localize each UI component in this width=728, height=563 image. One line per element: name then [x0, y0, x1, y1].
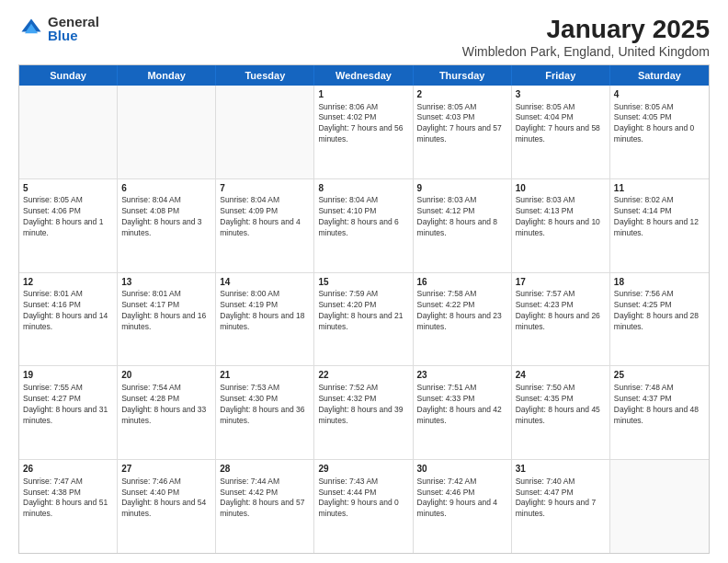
- day-info: Sunrise: 7:51 AM: [417, 383, 507, 394]
- day-info: Sunrise: 8:03 AM: [516, 195, 606, 206]
- day-info: Sunset: 4:35 PM: [516, 394, 606, 405]
- day-info: Sunset: 4:02 PM: [318, 112, 408, 123]
- calendar-subtitle: Wimbledon Park, England, United Kingdom: [462, 44, 710, 59]
- day-info: Sunset: 4:23 PM: [516, 300, 606, 311]
- day-info: Daylight: 9 hours and 0 minutes.: [318, 498, 408, 520]
- day-cell-8: 8Sunrise: 8:04 AMSunset: 4:10 PMDaylight…: [314, 179, 413, 272]
- day-cell-27: 27Sunrise: 7:46 AMSunset: 4:40 PMDayligh…: [118, 460, 216, 553]
- logo: General Blue: [18, 15, 99, 42]
- day-cell-31: 31Sunrise: 7:40 AMSunset: 4:47 PMDayligh…: [512, 460, 610, 553]
- day-number: 24: [516, 369, 606, 382]
- day-number: 11: [614, 182, 705, 195]
- day-info: Daylight: 8 hours and 26 minutes.: [516, 311, 606, 333]
- day-info: Sunset: 4:44 PM: [318, 488, 408, 499]
- day-info: Daylight: 8 hours and 28 minutes.: [614, 311, 705, 333]
- page: General Blue January 2025 Wimbledon Park…: [0, 0, 728, 563]
- day-number: 28: [220, 463, 310, 476]
- day-info: Sunrise: 8:00 AM: [220, 289, 310, 300]
- day-info: Daylight: 8 hours and 33 minutes.: [121, 405, 211, 427]
- day-info: Sunset: 4:32 PM: [318, 394, 408, 405]
- day-cell-26: 26Sunrise: 7:47 AMSunset: 4:38 PMDayligh…: [19, 460, 118, 553]
- day-cell-3: 3Sunrise: 8:05 AMSunset: 4:04 PMDaylight…: [512, 86, 610, 178]
- day-info: Sunrise: 8:03 AM: [417, 195, 507, 206]
- day-cell-6: 6Sunrise: 8:04 AMSunset: 4:08 PMDaylight…: [118, 179, 216, 272]
- day-info: Sunset: 4:46 PM: [417, 488, 507, 499]
- day-number: 2: [417, 88, 507, 101]
- day-cell-25: 25Sunrise: 7:48 AMSunset: 4:37 PMDayligh…: [610, 366, 709, 459]
- header: General Blue January 2025 Wimbledon Park…: [18, 15, 710, 59]
- day-info: Sunrise: 7:44 AM: [220, 477, 310, 488]
- day-cell-22: 22Sunrise: 7:52 AMSunset: 4:32 PMDayligh…: [314, 366, 413, 459]
- day-cell-29: 29Sunrise: 7:43 AMSunset: 4:44 PMDayligh…: [314, 460, 413, 553]
- day-info: Sunrise: 7:54 AM: [121, 383, 211, 394]
- day-info: Daylight: 8 hours and 54 minutes.: [121, 498, 211, 520]
- day-info: Sunrise: 8:05 AM: [516, 102, 606, 113]
- day-info: Daylight: 8 hours and 6 minutes.: [318, 217, 408, 239]
- day-number: 5: [23, 182, 113, 195]
- day-number: 3: [516, 88, 606, 101]
- day-info: Daylight: 8 hours and 3 minutes.: [121, 217, 211, 239]
- logo-text: General Blue: [48, 15, 99, 42]
- day-cell-28: 28Sunrise: 7:44 AMSunset: 4:42 PMDayligh…: [216, 460, 314, 553]
- day-info: Sunrise: 8:04 AM: [220, 195, 310, 206]
- day-info: Sunset: 4:47 PM: [516, 488, 606, 499]
- day-info: Sunrise: 8:02 AM: [614, 195, 705, 206]
- day-info: Sunset: 4:37 PM: [614, 394, 705, 405]
- day-number: 22: [318, 369, 408, 382]
- logo-icon: [18, 16, 44, 41]
- day-info: Sunset: 4:08 PM: [121, 206, 211, 217]
- day-cell-17: 17Sunrise: 7:57 AMSunset: 4:23 PMDayligh…: [512, 273, 610, 366]
- day-cell-7: 7Sunrise: 8:04 AMSunset: 4:09 PMDaylight…: [216, 179, 314, 272]
- day-number: 15: [318, 276, 408, 289]
- day-info: Daylight: 8 hours and 48 minutes.: [614, 405, 705, 427]
- day-cell-1: 1Sunrise: 8:06 AMSunset: 4:02 PMDaylight…: [314, 86, 413, 178]
- day-info: Daylight: 7 hours and 56 minutes.: [318, 123, 408, 145]
- week-row-3: 12Sunrise: 8:01 AMSunset: 4:16 PMDayligh…: [19, 273, 709, 367]
- day-info: Sunrise: 7:58 AM: [417, 289, 507, 300]
- day-info: Sunset: 4:16 PM: [23, 300, 113, 311]
- day-number: 7: [220, 182, 310, 195]
- day-cell-20: 20Sunrise: 7:54 AMSunset: 4:28 PMDayligh…: [118, 366, 216, 459]
- day-cell-11: 11Sunrise: 8:02 AMSunset: 4:14 PMDayligh…: [610, 179, 709, 272]
- day-info: Sunset: 4:38 PM: [23, 488, 113, 499]
- day-number: 23: [417, 369, 507, 382]
- day-info: Sunrise: 8:06 AM: [318, 102, 408, 113]
- day-cell-2: 2Sunrise: 8:05 AMSunset: 4:03 PMDaylight…: [414, 86, 512, 178]
- empty-cell: [610, 460, 709, 553]
- day-cell-9: 9Sunrise: 8:03 AMSunset: 4:12 PMDaylight…: [414, 179, 512, 272]
- day-number: 13: [121, 276, 211, 289]
- day-info: Sunrise: 7:57 AM: [516, 289, 606, 300]
- logo-blue: Blue: [48, 29, 99, 42]
- day-info: Sunset: 4:03 PM: [417, 112, 507, 123]
- day-number: 20: [121, 369, 211, 382]
- day-cell-5: 5Sunrise: 8:05 AMSunset: 4:06 PMDaylight…: [19, 179, 118, 272]
- day-info: Daylight: 8 hours and 1 minute.: [23, 217, 113, 239]
- day-info: Sunset: 4:22 PM: [417, 300, 507, 311]
- day-cell-18: 18Sunrise: 7:56 AMSunset: 4:25 PMDayligh…: [610, 273, 709, 366]
- day-info: Daylight: 8 hours and 45 minutes.: [516, 405, 606, 427]
- day-info: Sunset: 4:30 PM: [220, 394, 310, 405]
- day-info: Sunrise: 8:04 AM: [318, 195, 408, 206]
- day-info: Sunrise: 8:05 AM: [614, 102, 705, 113]
- day-number: 4: [614, 88, 705, 101]
- day-number: 19: [23, 369, 113, 382]
- header-day-sunday: Sunday: [19, 65, 118, 86]
- day-info: Sunset: 4:12 PM: [417, 206, 507, 217]
- day-info: Daylight: 8 hours and 14 minutes.: [23, 311, 113, 333]
- title-block: January 2025 Wimbledon Park, England, Un…: [462, 15, 710, 59]
- day-info: Daylight: 8 hours and 12 minutes.: [614, 217, 705, 239]
- day-number: 1: [318, 88, 408, 101]
- day-info: Daylight: 9 hours and 7 minutes.: [516, 498, 606, 520]
- day-info: Sunrise: 7:42 AM: [417, 477, 507, 488]
- day-info: Sunrise: 7:43 AM: [318, 477, 408, 488]
- day-info: Sunrise: 8:01 AM: [121, 289, 211, 300]
- day-number: 9: [417, 182, 507, 195]
- day-number: 12: [23, 276, 113, 289]
- day-info: Sunrise: 7:53 AM: [220, 383, 310, 394]
- day-info: Sunrise: 7:46 AM: [121, 477, 211, 488]
- week-row-5: 26Sunrise: 7:47 AMSunset: 4:38 PMDayligh…: [19, 460, 709, 553]
- day-info: Daylight: 8 hours and 4 minutes.: [220, 217, 310, 239]
- day-info: Daylight: 8 hours and 31 minutes.: [23, 405, 113, 427]
- day-info: Sunset: 4:20 PM: [318, 300, 408, 311]
- day-number: 25: [614, 369, 705, 382]
